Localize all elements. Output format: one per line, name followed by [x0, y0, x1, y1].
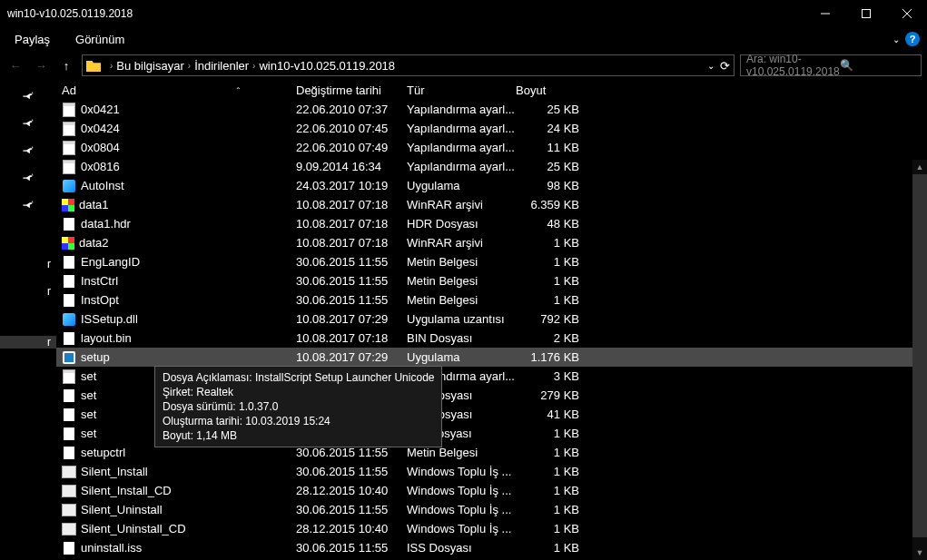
nav-forward-button[interactable]: →	[31, 55, 51, 75]
breadcrumb-separator-icon: ›	[184, 61, 194, 71]
file-size: 1 KB	[516, 293, 579, 307]
column-type[interactable]: Tür	[407, 84, 516, 97]
refresh-icon[interactable]: ⟳	[720, 59, 730, 73]
sidebar: r r r	[0, 80, 56, 560]
maximize-button[interactable]	[845, 0, 886, 27]
file-date: 10.08.2017 07:29	[296, 312, 407, 326]
table-row[interactable]: Silent_Install_CD28.12.2015 10:40Windows…	[56, 481, 927, 500]
tooltip-line: Boyut: 1,14 MB	[163, 428, 434, 443]
file-icon	[62, 503, 76, 517]
table-row[interactable]: InstOpt30.06.2015 11:55Metin Belgesi1 KB	[56, 290, 927, 309]
scrollbar-thumb[interactable]	[912, 174, 927, 537]
menu-share[interactable]: Paylaş	[15, 33, 50, 46]
tooltip-line: Dosya sürümü: 1.0.37.0	[163, 399, 434, 414]
scroll-down-button[interactable]: ▼	[912, 545, 927, 560]
file-size: 98 KB	[516, 179, 579, 192]
table-row[interactable]: AutoInst24.03.2017 10:19Uygulama98 KB	[56, 176, 927, 195]
file-date: 30.06.2015 11:55	[296, 465, 407, 478]
file-type: Yapılandırma ayarl...	[407, 103, 516, 116]
breadcrumb[interactable]: › Bu bilgisayar › İndirilenler › win10-v…	[82, 54, 735, 76]
file-size: 25 KB	[516, 103, 579, 116]
search-icon[interactable]: 🔍	[840, 59, 915, 72]
help-icon[interactable]: ?	[905, 32, 920, 46]
file-size: 41 KB	[516, 408, 579, 421]
file-name: InstCtrl	[81, 274, 118, 288]
file-date: 30.06.2015 11:55	[296, 541, 407, 555]
file-icon	[62, 369, 76, 384]
close-button[interactable]	[886, 0, 927, 27]
file-icon	[62, 237, 74, 250]
file-type: WinRAR arşivi	[407, 236, 516, 250]
file-name: data1	[79, 198, 109, 211]
table-row[interactable]: layout.bin10.08.2017 07:18BIN Dosyası2 K…	[56, 329, 927, 348]
file-size: 1 KB	[516, 503, 579, 516]
file-name: 0x0424	[81, 122, 120, 135]
nav-back-button[interactable]: ←	[5, 55, 25, 75]
file-date: 10.08.2017 07:18	[296, 331, 407, 345]
file-type: Windows Toplu İş ...	[407, 503, 516, 516]
table-row[interactable]: uninstall.iss30.06.2015 11:55ISS Dosyası…	[56, 538, 927, 557]
file-list: Ad⌃ Değiştirme tarihi Tür Boyut 0x042122…	[56, 80, 927, 560]
file-name: setup	[81, 350, 110, 364]
sidebar-label-fragment[interactable]: r	[0, 336, 56, 349]
vertical-scrollbar[interactable]: ▲ ▼	[912, 160, 927, 560]
file-size: 6.359 KB	[516, 198, 579, 211]
table-row[interactable]: 0x042422.06.2010 07:45Yapılandırma ayarl…	[56, 119, 927, 138]
pin-icon[interactable]	[19, 113, 37, 132]
file-type: Windows Toplu İş ...	[407, 465, 516, 478]
file-date: 22.06.2010 07:37	[296, 103, 407, 116]
file-date: 28.12.2015 10:40	[296, 484, 407, 497]
sidebar-label-fragment[interactable]: r	[0, 285, 56, 298]
chevron-down-icon[interactable]: ⌄	[892, 34, 900, 44]
pin-icon[interactable]	[19, 141, 37, 159]
scroll-up-button[interactable]: ▲	[912, 160, 927, 174]
file-name: data1.hdr	[81, 217, 131, 231]
nav-up-button[interactable]: ↑	[56, 55, 76, 75]
table-row[interactable]: EngLangID30.06.2015 11:55Metin Belgesi1 …	[56, 252, 927, 271]
table-row[interactable]: setup10.08.2017 07:29Uygulama1.176 KB	[56, 348, 927, 367]
file-size: 792 KB	[516, 312, 579, 326]
dropdown-icon[interactable]: ⌄	[707, 61, 715, 71]
table-row[interactable]: 0x080422.06.2010 07:49Yapılandırma ayarl…	[56, 138, 927, 157]
file-date: 10.08.2017 07:18	[296, 236, 407, 250]
search-input[interactable]: Ara: win10-v10.025.0119.2018 🔍	[740, 54, 922, 76]
column-name[interactable]: Ad	[62, 84, 76, 97]
table-row[interactable]: Silent_Uninstall30.06.2015 11:55Windows …	[56, 500, 927, 519]
file-type: BIN Dosyası	[407, 331, 516, 345]
breadcrumb-segment[interactable]: Bu bilgisayar	[116, 59, 183, 73]
minimize-button[interactable]	[804, 0, 845, 27]
table-row[interactable]: Silent_Uninstall_CD28.12.2015 10:40Windo…	[56, 519, 927, 538]
table-row[interactable]: 0x042122.06.2010 07:37Yapılandırma ayarl…	[56, 100, 927, 119]
file-icon	[62, 408, 76, 422]
breadcrumb-segment[interactable]: İndirilenler	[194, 59, 249, 73]
file-type: Metin Belgesi	[407, 274, 516, 288]
table-row[interactable]: 0x08169.09.2014 16:34Yapılandırma ayarl.…	[56, 157, 927, 176]
file-name: setupctrl	[81, 446, 125, 459]
table-row[interactable]: InstCtrl30.06.2015 11:55Metin Belgesi1 K…	[56, 271, 927, 290]
pin-icon[interactable]	[19, 168, 37, 186]
file-type: WinRAR arşivi	[407, 198, 516, 211]
file-date: 22.06.2010 07:49	[296, 141, 407, 154]
file-icon	[62, 427, 76, 441]
file-name: 0x0804	[81, 141, 120, 154]
file-date: 22.06.2010 07:45	[296, 122, 407, 135]
file-name: Silent_Uninstall_CD	[81, 522, 186, 535]
file-name: set	[81, 427, 96, 440]
menu-view[interactable]: Görünüm	[75, 33, 124, 46]
pin-icon[interactable]	[19, 86, 37, 104]
sidebar-label-fragment[interactable]: r	[0, 258, 56, 270]
column-size[interactable]: Boyut	[516, 84, 579, 97]
table-row[interactable]: ISSetup.dll10.08.2017 07:29Uygulama uzan…	[56, 309, 927, 329]
column-date[interactable]: Değiştirme tarihi	[296, 84, 407, 97]
file-name: uninstall.iss	[81, 541, 142, 555]
file-size: 1 KB	[516, 522, 579, 535]
breadcrumb-segment[interactable]: win10-v10.025.0119.2018	[259, 59, 395, 73]
table-row[interactable]: data110.08.2017 07:18WinRAR arşivi6.359 …	[56, 195, 927, 214]
file-name: Silent_Uninstall	[81, 503, 163, 516]
pin-icon[interactable]	[19, 195, 37, 213]
file-date: 10.08.2017 07:29	[296, 350, 407, 364]
table-row[interactable]: data1.hdr10.08.2017 07:18HDR Dosyası48 K…	[56, 214, 927, 233]
table-row[interactable]: data210.08.2017 07:18WinRAR arşivi1 KB	[56, 233, 927, 252]
table-row[interactable]: Silent_Install30.06.2015 11:55Windows To…	[56, 462, 927, 481]
file-size: 1 KB	[516, 465, 579, 478]
